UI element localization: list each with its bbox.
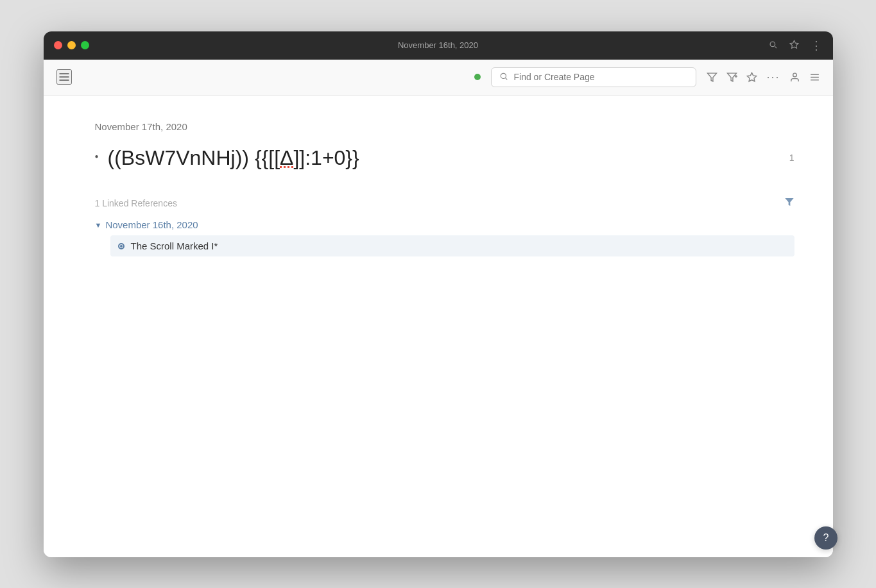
list-icon[interactable] [809,72,820,83]
page-title-delta: Δ [280,146,293,169]
linked-references-filter-icon[interactable] [784,197,794,209]
app-window: November 16th, 2020 ⋮ [44,31,833,557]
search-icon [499,72,508,83]
reference-item: The Scroll Marked I* [110,235,794,256]
star-titlebar-icon[interactable] [789,40,799,51]
help-label: ? [823,532,829,544]
titlebar: November 16th, 2020 ⋮ [44,31,833,60]
ref-bullet-icon [118,243,125,249]
linked-references-title: 1 Linked References [95,198,177,208]
status-dot [474,74,481,80]
svg-marker-9 [748,72,757,81]
window-title: November 16th, 2020 [398,40,478,50]
more-titlebar-icon[interactable]: ⋮ [811,38,823,53]
linked-references-header: 1 Linked References [95,197,794,209]
search-input[interactable] [513,72,688,82]
help-button[interactable]: ? [814,526,833,550]
reference-group-header[interactable]: ▼ November 16th, 2020 [95,219,794,230]
search-titlebar-icon[interactable] [768,40,778,51]
close-button[interactable] [54,41,62,49]
search-bar[interactable] [491,67,696,87]
linked-references-section: 1 Linked References ▼ November 16th, 202… [95,197,794,256]
filter1-icon[interactable] [707,72,717,83]
page-date: November 17th, 2020 [95,121,794,132]
more-icon[interactable]: ··· [766,71,780,84]
star-icon[interactable] [746,72,757,83]
reference-group-name: November 16th, 2020 [105,219,198,230]
svg-point-10 [793,73,796,77]
svg-marker-14 [785,198,793,206]
page-title: ((BsW7VnNHj)) {{[[Δ]]:1+0}} [108,145,777,172]
bullet-point: ● [95,153,99,160]
toolbar-actions: ··· [707,71,820,84]
chevron-down-icon: ▼ [95,221,102,229]
user-icon[interactable] [789,72,800,83]
maximize-button[interactable] [81,41,89,49]
svg-marker-5 [708,73,717,81]
svg-marker-6 [728,73,737,81]
traffic-lights [54,41,89,49]
page-title-row: ● ((BsW7VnNHj)) {{[[Δ]]:1+0}} 1 [95,145,794,172]
hamburger-button[interactable] [56,69,72,85]
ref-item-text: The Scroll Marked I* [131,240,218,251]
reference-count: 1 [789,153,794,163]
minimize-button[interactable] [67,41,76,49]
toolbar: ··· [44,60,833,96]
titlebar-actions: ⋮ [768,38,823,53]
reference-items: The Scroll Marked I* [110,235,794,256]
page-title-suffix: ]]:1+0}} [293,146,359,169]
svg-line-4 [506,78,508,80]
main-content: November 17th, 2020 ● ((BsW7VnNHj)) {{[[… [44,96,833,557]
filter2-icon[interactable] [726,72,737,83]
svg-point-3 [501,73,506,78]
page-title-prefix: ((BsW7VnNHj)) {{[[ [108,146,280,169]
reference-group: ▼ November 16th, 2020 The Scroll Marked … [95,219,794,256]
